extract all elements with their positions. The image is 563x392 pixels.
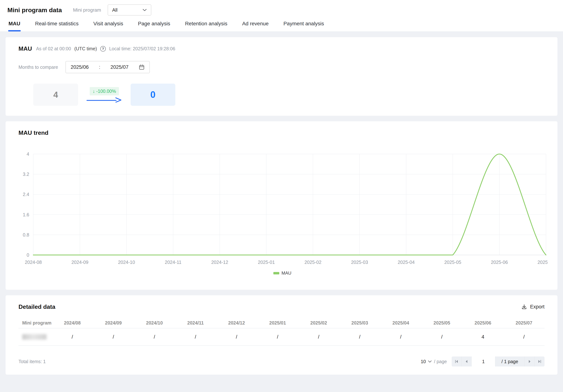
download-icon	[522, 304, 527, 310]
svg-text:2024-10: 2024-10	[118, 260, 135, 265]
page-input[interactable]: 1	[472, 356, 495, 367]
help-icon[interactable]: ?	[100, 46, 106, 51]
month-range-picker[interactable]: 2025/06 : 2025/07	[65, 61, 150, 73]
line-chart-svg: 00.81.62.43.242024-082024-092024-102024-…	[18, 146, 548, 282]
previous-page-icon	[465, 359, 469, 364]
last-page-icon	[537, 359, 542, 364]
svg-text:4: 4	[27, 152, 29, 157]
trend-arrow-icon	[86, 97, 122, 102]
svg-text:2025-03: 2025-03	[351, 260, 368, 265]
months-to-compare-label: Months to compare	[18, 64, 58, 70]
table-cell: /	[175, 334, 216, 340]
legend-swatch	[273, 272, 279, 274]
tab-mau[interactable]: MAU	[8, 21, 21, 31]
table-cell: /	[339, 334, 380, 340]
detailed-data-card: Detailed data Export Mini program2024/08…	[6, 295, 557, 375]
svg-text:2.4: 2.4	[23, 192, 29, 197]
tab-real-time-statistics[interactable]: Real-time statistics	[35, 21, 79, 31]
next-page-icon	[527, 359, 532, 364]
svg-text:2024-12: 2024-12	[211, 260, 228, 265]
detailed-data-table: Mini program2024/082024/092024/102024/11…	[18, 318, 545, 346]
pagination: 10 / page 1 /	[421, 356, 545, 367]
program-select[interactable]: All	[108, 4, 151, 15]
mau-trend-chart[interactable]: 00.81.62.43.242024-082024-092024-102024-…	[18, 146, 545, 282]
as-of-text: As of 02 at 00:00	[36, 46, 71, 51]
previous-month-value: 4	[53, 90, 58, 100]
table-header-row: Mini program2024/082024/092024/102024/11…	[18, 318, 545, 329]
range-end[interactable]: 2025/07	[110, 64, 128, 70]
page-total-label: / 1 page	[495, 356, 525, 367]
previous-month-value-box: 4	[33, 84, 78, 106]
utc-note: (UTC time)	[74, 46, 97, 51]
svg-text:2025-05: 2025-05	[444, 260, 461, 265]
table-cell: /	[421, 334, 462, 340]
tab-visit-analysis[interactable]: Visit analysis	[93, 21, 124, 31]
column-header: Mini program	[18, 320, 52, 326]
table-cell: /	[257, 334, 298, 340]
redacted-program-name	[22, 334, 47, 340]
tab-page-analysis[interactable]: Page analysis	[138, 21, 170, 31]
legend-label: MAU	[282, 270, 291, 276]
table-cell: /	[216, 334, 257, 340]
last-page-button[interactable]	[535, 356, 545, 367]
table-cell: /	[298, 334, 339, 340]
svg-text:2025-01: 2025-01	[258, 260, 275, 265]
mau-trend-card: MAU trend 00.81.62.43.242024-082024-0920…	[6, 121, 557, 290]
current-month-value-box: 0	[131, 84, 175, 106]
change-indicator: ↓ -100.00%	[86, 87, 123, 102]
table-cell: /	[503, 334, 545, 340]
column-header: 2025/07	[503, 320, 545, 326]
svg-text:2024-08: 2024-08	[25, 260, 42, 265]
tab-bar: MAUReal-time statisticsVisit analysisPag…	[7, 21, 556, 31]
svg-text:2025-06: 2025-06	[491, 260, 508, 265]
table-row: //////////4/	[18, 329, 545, 346]
svg-text:1.6: 1.6	[23, 212, 29, 217]
next-page-button[interactable]	[525, 356, 535, 367]
tab-payment-analysis[interactable]: Payment analysis	[283, 21, 324, 31]
export-button[interactable]: Export	[522, 304, 545, 310]
tab-retention-analysis[interactable]: Retention analysis	[185, 21, 228, 31]
mini-program-name-cell	[18, 334, 52, 340]
first-page-button[interactable]	[452, 356, 462, 367]
column-header: 2025/01	[257, 320, 298, 326]
export-label: Export	[530, 304, 545, 310]
table-cell: /	[134, 334, 175, 340]
column-header: 2025/02	[298, 320, 339, 326]
pager-controls: 1 / 1 page	[452, 356, 545, 367]
column-header: 2025/03	[339, 320, 380, 326]
svg-text:2024-11: 2024-11	[165, 260, 181, 265]
column-header: 2024/08	[52, 320, 93, 326]
previous-page-button[interactable]	[462, 356, 472, 367]
column-header: 2024/11	[175, 320, 216, 326]
local-time-text: Local time: 2025/07/02 19:28:06	[109, 46, 175, 51]
tab-ad-revenue[interactable]: Ad revenue	[242, 21, 269, 31]
legend-mau[interactable]: MAU	[273, 270, 291, 276]
chevron-down-icon	[428, 360, 432, 363]
top-header: Mini program data Mini program All MAURe…	[0, 0, 563, 32]
column-header: 2024/09	[93, 320, 134, 326]
first-page-icon	[455, 359, 459, 364]
column-header: 2025/05	[421, 320, 462, 326]
column-header: 2024/10	[134, 320, 175, 326]
page-size-value: 10	[421, 359, 426, 364]
range-start[interactable]: 2025/06	[71, 64, 89, 70]
trend-card-title: MAU trend	[18, 129, 545, 136]
detailed-data-title: Detailed data	[18, 303, 55, 310]
calendar-icon[interactable]	[139, 64, 145, 70]
svg-text:0.8: 0.8	[23, 232, 29, 237]
mau-card-title: MAU	[18, 45, 32, 52]
total-items-text: Total items: 1	[18, 359, 46, 364]
range-separator: :	[99, 64, 101, 70]
column-header: 2025/04	[380, 320, 421, 326]
program-select-value: All	[112, 7, 117, 13]
table-cell: 4	[462, 334, 503, 340]
svg-text:3.2: 3.2	[23, 172, 29, 177]
svg-text:2025-02: 2025-02	[305, 260, 321, 265]
svg-text:2024-09: 2024-09	[71, 260, 89, 265]
change-badge: ↓ -100.00%	[90, 87, 119, 95]
svg-text:2025-07: 2025-07	[537, 260, 548, 265]
current-month-value: 0	[150, 89, 155, 100]
page-size-select[interactable]: 10 / page	[421, 359, 447, 364]
column-header: 2024/12	[216, 320, 257, 326]
mau-summary-card: MAU As of 02 at 00:00 (UTC time) ? Local…	[6, 37, 557, 116]
